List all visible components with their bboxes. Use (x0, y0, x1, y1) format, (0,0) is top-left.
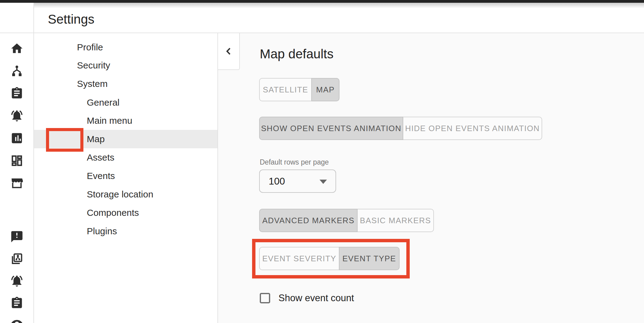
map-type-toggle: SATELLITE MAP (259, 78, 339, 101)
media-hub-icon[interactable] (10, 252, 24, 266)
home-icon[interactable] (10, 42, 24, 55)
nav-item-events[interactable]: Events (34, 167, 217, 185)
nav-item-storage-location[interactable]: Storage location (34, 185, 217, 204)
nav-item-system[interactable]: System (34, 75, 217, 93)
icon-rail (0, 3, 34, 323)
show-event-count-row: Show event count (260, 293, 354, 303)
clipboard-icon[interactable] (10, 296, 24, 310)
nav-item-plugins[interactable]: Plugins (34, 222, 217, 240)
rows-per-page-label: Default rows per page (260, 158, 329, 166)
storefront-icon[interactable] (10, 176, 24, 190)
toggle-map[interactable]: MAP (311, 78, 339, 101)
toggle-hide-open-events-animation[interactable]: HIDE OPEN EVENTS ANIMATION (403, 117, 542, 140)
toggle-satellite[interactable]: SATELLITE (259, 78, 312, 101)
show-event-count-label: Show event count (278, 293, 354, 303)
clipboard-icon[interactable] (10, 87, 24, 100)
settings-nav: Profile Security System General Main men… (34, 33, 218, 323)
nav-item-map[interactable]: Map (34, 130, 217, 148)
topbar-shadow (0, 3, 644, 8)
nav-item-main-menu[interactable]: Main menu (34, 111, 217, 130)
show-event-count-checkbox[interactable] (260, 293, 270, 303)
dashboard-icon[interactable] (10, 154, 24, 167)
content-heading: Map defaults (260, 46, 333, 62)
toggle-basic-markers[interactable]: BASIC MARKERS (357, 209, 434, 232)
hub-icon[interactable] (10, 64, 24, 78)
rows-per-page-select[interactable]: 100 (259, 169, 336, 193)
nav-item-assets[interactable]: Assets (34, 148, 217, 167)
chevron-left-icon (223, 46, 234, 57)
page-title: Settings (48, 11, 94, 28)
toggle-event-severity[interactable]: EVENT SEVERITY (259, 247, 339, 270)
bell-icon[interactable] (10, 109, 24, 123)
toggle-event-type[interactable]: EVENT TYPE (339, 247, 400, 270)
feedback-icon[interactable] (10, 230, 24, 243)
nav-item-general[interactable]: General (34, 93, 217, 112)
dropdown-caret-icon (320, 180, 327, 184)
header-divider (0, 33, 644, 33)
rows-per-page-value: 100 (269, 176, 285, 187)
toggle-show-open-events-animation[interactable]: SHOW OPEN EVENTS ANIMATION (259, 117, 403, 140)
nav-item-security[interactable]: Security (34, 56, 217, 75)
nav-item-components[interactable]: Components (34, 204, 217, 222)
nav-item-profile[interactable]: Profile (34, 38, 217, 56)
account-icon[interactable] (10, 318, 24, 323)
collapse-nav-button[interactable] (218, 33, 240, 70)
top-black-bar (0, 0, 644, 3)
event-marker-mode-toggle: EVENT SEVERITY EVENT TYPE (259, 247, 400, 270)
bar-chart-icon[interactable] (10, 131, 24, 145)
bell-icon[interactable] (10, 274, 24, 288)
marker-style-toggle: ADVANCED MARKERS BASIC MARKERS (259, 209, 434, 232)
open-events-animation-toggle: SHOW OPEN EVENTS ANIMATION HIDE OPEN EVE… (259, 117, 542, 140)
toggle-advanced-markers[interactable]: ADVANCED MARKERS (259, 209, 358, 232)
